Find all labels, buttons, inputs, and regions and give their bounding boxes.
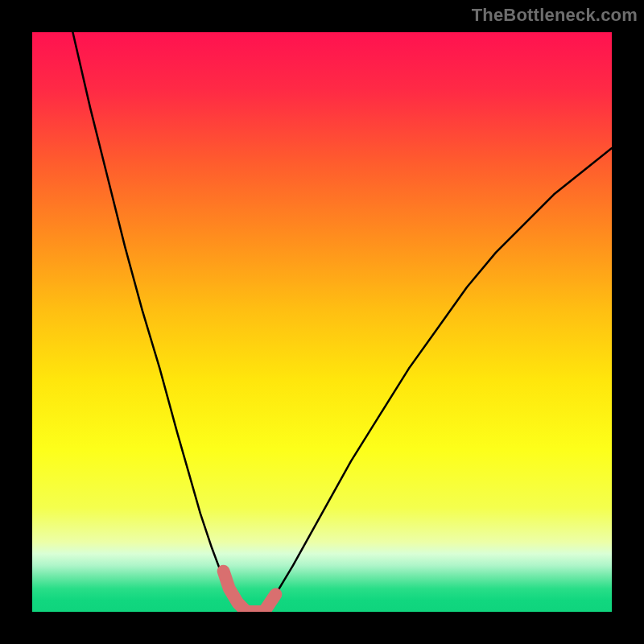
highlight-segment (224, 572, 276, 612)
curves-layer (32, 32, 612, 612)
left-curve (72, 32, 246, 612)
plot-area (32, 32, 612, 612)
chart-frame: TheBottleneck.com (0, 0, 644, 644)
watermark-text: TheBottleneck.com (472, 5, 638, 26)
right-curve (264, 148, 612, 612)
